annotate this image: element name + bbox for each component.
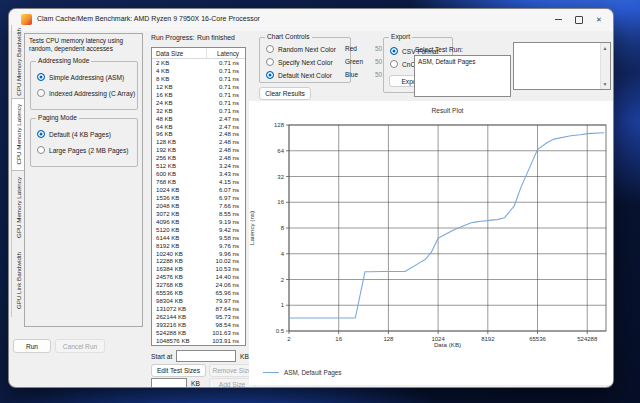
table-row[interactable]: 12288 KB10.02 ns (152, 257, 245, 265)
benchmark-tab-strip: CPU Memory BandwidthCPU Memory LatencyGP… (11, 25, 24, 321)
table-row[interactable]: 2048 KB7.66 ns (152, 202, 245, 210)
table-row[interactable]: 262144 KB95.73 ns (152, 313, 245, 321)
table-row[interactable]: 256 KB2.48 ns (152, 154, 245, 162)
radio-option[interactable]: Specify Next Color (266, 57, 333, 67)
table-row[interactable]: 98304 KB79.97 ns (152, 297, 245, 305)
table-row[interactable]: 8192 KB9.76 ns (152, 242, 245, 250)
cell-data-size: 48 KB (152, 115, 207, 123)
radio-option[interactable]: Indexed Addressing (C Array) (37, 88, 135, 98)
maximize-button[interactable] (570, 12, 588, 27)
table-row[interactable]: 600 KB3.43 ns (152, 170, 245, 178)
tab-cpu-memory-latency[interactable]: CPU Memory Latency (11, 98, 24, 171)
column-latency[interactable]: Latency (207, 48, 245, 58)
table-row[interactable]: 192 KB2.48 ns (152, 146, 245, 154)
tab-gpu-memory-latency[interactable]: GPU Memory Latency (11, 171, 24, 244)
table-row[interactable]: 131072 KB87.64 ns (152, 305, 245, 313)
table-row[interactable]: 1536 KB6.97 ns (152, 194, 245, 202)
table-row[interactable]: 24576 KB14.40 ns (152, 273, 245, 281)
color-value-input[interactable]: 50 (375, 71, 382, 78)
table-row[interactable]: 768 KB4.15 ns (152, 178, 245, 186)
table-row[interactable]: 16384 KB10.53 ns (152, 265, 245, 273)
table-row[interactable]: 3072 KB8.55 ns (152, 210, 245, 218)
tab-cpu-memory-bandwidth[interactable]: CPU Memory Bandwidth (11, 25, 24, 98)
cell-latency: 95.73 ns (207, 313, 245, 321)
table-row[interactable]: 48 KB2.47 ns (152, 115, 245, 123)
table-row[interactable]: 1048576 KB103.91 ns (152, 337, 245, 345)
cell-data-size: 98304 KB (152, 297, 207, 305)
add-size-input[interactable] (151, 378, 187, 388)
radio-option[interactable]: Random Next Color (266, 44, 336, 54)
table-row[interactable]: 2 KB0.71 ns (152, 59, 245, 67)
table-row[interactable]: 512 KB3.24 ns (152, 162, 245, 170)
table-row[interactable]: 5120 KB9.42 ns (152, 226, 245, 234)
cell-data-size: 24576 KB (152, 273, 207, 281)
cell-latency: 0.71 ns (207, 59, 245, 67)
cell-data-size: 262144 KB (152, 313, 207, 321)
table-row[interactable]: 128 KB2.48 ns (152, 138, 245, 146)
cell-latency: 2.48 ns (207, 130, 245, 138)
run-button[interactable]: Run (13, 339, 51, 353)
color-value-input[interactable]: 50 (375, 45, 382, 52)
cell-data-size: 131072 KB (152, 305, 207, 313)
scroll-up-icon[interactable]: ▲ (601, 44, 609, 52)
radio-option[interactable]: Default (4 KB Pages) (37, 129, 111, 139)
edit-test-sizes-button[interactable]: Edit Test Sizes (151, 364, 206, 377)
table-row[interactable]: 12 KB0.71 ns (152, 83, 245, 91)
title-bar[interactable]: Clam Cache/Mem Benchmark: AMD Ryzen 9 79… (9, 9, 613, 31)
tab-gpu-link-bandwidth[interactable]: GPU Link Bandwidth (11, 244, 24, 317)
color-label: Red (345, 45, 357, 52)
table-row[interactable]: 96 KB2.48 ns (152, 130, 245, 138)
cell-data-size: 8192 KB (152, 242, 207, 250)
table-row[interactable]: 4096 KB9.19 ns (152, 218, 245, 226)
radio-icon (37, 89, 45, 97)
table-row[interactable]: 24 KB0.71 ns (152, 99, 245, 107)
cell-data-size: 8 KB (152, 75, 207, 83)
table-row[interactable]: 16 KB0.71 ns (152, 91, 245, 99)
cell-data-size: 192 KB (152, 146, 207, 154)
select-test-run-label: Select Test Run: (415, 46, 463, 53)
table-row[interactable]: 32768 KB24.06 ns (152, 281, 245, 289)
cell-data-size: 1024 KB (152, 186, 207, 194)
table-row[interactable]: 4 KB0.71 ns (152, 67, 245, 75)
run-progress-value: Run finished (197, 34, 235, 41)
table-row[interactable]: 393216 KB98.54 ns (152, 321, 245, 329)
close-button[interactable] (590, 12, 608, 27)
table-row[interactable]: 524288 KB101.63 ns (152, 329, 245, 337)
minimize-button[interactable] (549, 12, 567, 27)
table-row[interactable]: 65536 KB65.96 ns (152, 289, 245, 297)
cell-latency: 9.19 ns (207, 218, 245, 226)
radio-option[interactable]: Large Pages (2 MB Pages) (37, 145, 129, 155)
radio-option[interactable]: Default Next Color (266, 70, 332, 80)
cell-latency: 6.07 ns (207, 186, 245, 194)
scrollbar[interactable]: ▲ ▼ (600, 43, 610, 89)
table-row[interactable]: 6144 KB9.58 ns (152, 234, 245, 242)
list-item[interactable]: ASM, Default Pages (415, 56, 510, 65)
column-data-size[interactable]: Data Size (152, 48, 207, 58)
radio-option[interactable]: Simple Addressing (ASM) (37, 72, 124, 82)
cell-data-size: 128 KB (152, 138, 207, 146)
cell-data-size: 4096 KB (152, 218, 207, 226)
svg-text:16: 16 (277, 199, 284, 205)
test-run-listbox[interactable]: ASM, Default Pages (414, 55, 511, 97)
table-row[interactable]: 64 KB2.47 ns (152, 123, 245, 131)
test-sizes-listbox[interactable]: ▲ ▼ (513, 42, 611, 90)
svg-text:1: 1 (281, 302, 285, 308)
cancel-run-button[interactable]: Cancel Run (55, 339, 105, 353)
cell-latency: 9.42 ns (207, 226, 245, 234)
table-row[interactable]: 1024 KB6.07 ns (152, 186, 245, 194)
table-row[interactable]: 10240 KB9.96 ns (152, 250, 245, 258)
cell-latency: 10.53 ns (207, 265, 245, 273)
table-row[interactable]: 32 KB0.71 ns (152, 107, 245, 115)
cell-latency: 0.71 ns (207, 99, 245, 107)
radio-icon (266, 71, 274, 79)
table-row[interactable]: 8 KB0.71 ns (152, 75, 245, 83)
table-header[interactable]: Data Size Latency (152, 48, 245, 59)
chart-y-axis-label: Latency (ns) (248, 211, 255, 245)
start-at-input[interactable] (176, 350, 236, 362)
tab-label: CPU Memory Latency (15, 104, 22, 165)
cell-data-size: 2048 KB (152, 202, 207, 210)
scroll-down-icon[interactable]: ▼ (601, 80, 609, 88)
cell-latency: 2.48 ns (207, 146, 245, 154)
clear-results-button[interactable]: Clear Results (259, 87, 311, 100)
color-value-input[interactable]: 50 (375, 58, 382, 65)
